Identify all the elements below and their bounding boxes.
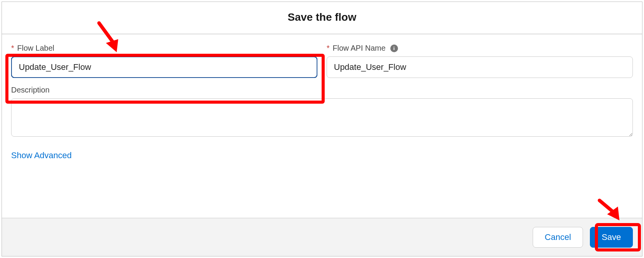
description-group: Description <box>11 86 633 137</box>
info-icon[interactable]: i <box>390 45 398 52</box>
flow-api-name-text: Flow API Name <box>333 44 386 53</box>
save-flow-modal: Save the flow * Flow Label * Flow API Na… <box>2 2 642 256</box>
modal-body: * Flow Label * Flow API Name i Descripti… <box>2 35 642 218</box>
show-advanced-link[interactable]: Show Advanced <box>11 150 72 160</box>
flow-label-input[interactable] <box>11 56 317 78</box>
flow-label-label: * Flow Label <box>11 44 317 53</box>
description-input[interactable] <box>11 98 633 137</box>
modal-title: Save the flow <box>2 11 642 23</box>
flow-label-text: Flow Label <box>17 44 54 53</box>
cancel-button[interactable]: Cancel <box>533 227 583 248</box>
flow-api-name-input[interactable] <box>327 56 633 78</box>
flow-api-name-group: * Flow API Name i <box>327 44 633 78</box>
description-label: Description <box>11 86 633 94</box>
modal-header: Save the flow <box>2 2 642 35</box>
flow-api-name-label: * Flow API Name i <box>327 44 633 53</box>
form-row-top: * Flow Label * Flow API Name i <box>11 44 633 78</box>
description-label-text: Description <box>11 86 50 94</box>
flow-label-group: * Flow Label <box>11 44 317 78</box>
required-asterisk: * <box>327 44 330 53</box>
save-button[interactable]: Save <box>590 227 633 248</box>
modal-footer: Cancel Save <box>2 218 642 256</box>
required-asterisk: * <box>11 44 14 53</box>
